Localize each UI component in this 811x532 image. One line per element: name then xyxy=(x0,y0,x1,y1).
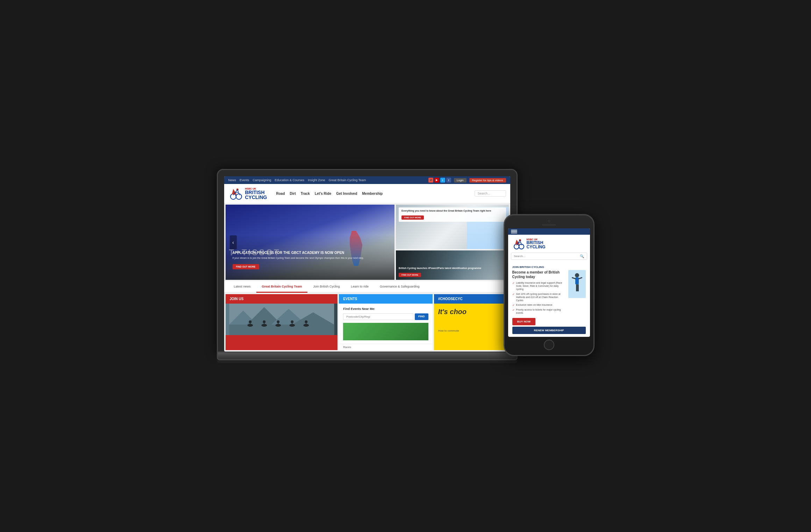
logo-brand: HSBC UK BRITISH CYCLING xyxy=(245,187,267,200)
side-bottom-btn[interactable]: FIND OUT MORE xyxy=(399,273,421,277)
choose-italic-text: It's choo xyxy=(437,306,506,317)
register-button[interactable]: Register for tips & videos xyxy=(469,178,506,183)
side-bottom-title: British Cycling launches #Power2Paris ta… xyxy=(399,267,506,269)
tab-latest-news[interactable]: Latest news xyxy=(228,281,256,293)
svg-point-23 xyxy=(291,320,293,323)
choose-content: It's choo How to commute xyxy=(434,304,509,336)
join-us-bg xyxy=(226,304,338,335)
tab-learn-to-ride[interactable]: Learn to ride xyxy=(345,281,374,293)
phone-join-text: Become a member of British Cycling today… xyxy=(512,270,566,316)
facebook-icon[interactable]: f xyxy=(446,178,451,183)
phone-benefit-3: ✓ Exclusive rates on bike insurance xyxy=(512,303,566,307)
phone-benefit-4: ✓ Priority access to tickets for major c… xyxy=(512,308,566,314)
phone-benefit-text-1: Liability insurance and legal support (R… xyxy=(516,281,566,291)
topbar-education[interactable]: Education & Courses xyxy=(275,178,305,182)
nav-lets-ride[interactable]: Let's Ride xyxy=(315,192,331,196)
laptop-screen-inner: News Events Campaigning Education & Cour… xyxy=(224,176,510,352)
phone-benefit-text-3: Exclusive rates on bike insurance xyxy=(516,303,553,306)
checkmark-icon-2: ✓ xyxy=(512,293,515,296)
phone-benefit-1: ✓ Liability insurance and legal support … xyxy=(512,281,566,291)
phone-logo-brand: HSBC UK BRITISH CYCLING xyxy=(527,238,546,249)
phone-home-button[interactable] xyxy=(544,340,554,350)
flag-icon: 🏴 xyxy=(428,178,433,183)
svg-rect-8 xyxy=(229,325,334,335)
join-us-panel: JOIN US xyxy=(226,294,338,350)
phone-logo-area: HSBC UK BRITISH CYCLING xyxy=(508,235,590,253)
svg-point-26 xyxy=(305,320,307,323)
phone-buy-now-button[interactable]: BUY NOW xyxy=(512,318,536,325)
phone-benefit-text-2: Get 10% off cycling purchases in store a… xyxy=(516,292,566,302)
side-top-title: Everything you need to know about the Gr… xyxy=(401,210,503,212)
hamburger-line-3 xyxy=(511,233,517,233)
phone-camera xyxy=(548,220,550,222)
topbar-campaigning[interactable]: Campaigning xyxy=(253,178,271,182)
nav-dirt[interactable]: Dirt xyxy=(290,192,296,196)
events-header: EVENTS xyxy=(339,294,432,304)
topbar-news[interactable]: News xyxy=(228,178,236,182)
svg-point-36 xyxy=(575,273,579,277)
hamburger-menu-icon[interactable] xyxy=(511,230,517,233)
british-cycling-text: BRITISH CYCLING xyxy=(245,190,267,200)
tab-governance[interactable]: Governance & Safeguarding xyxy=(374,281,425,293)
phone-cyclist-image xyxy=(568,270,586,298)
events-panel: EVENTS Find Events Near Me: FIND Races xyxy=(339,294,432,350)
hamburger-line-1 xyxy=(511,230,517,230)
hero-side: Everything you need to know about the Gr… xyxy=(396,205,508,280)
phone-search-bar: 🔍 xyxy=(511,253,587,260)
phone-top-bar xyxy=(508,228,590,235)
laptop: News Events Campaigning Education & Cour… xyxy=(217,169,518,363)
phone-search-input[interactable] xyxy=(514,255,580,258)
phone-bc-logo-icon xyxy=(512,237,525,250)
nav-road[interactable]: Road xyxy=(276,192,285,196)
hero-find-out-button[interactable]: FIND OUT MORE xyxy=(233,264,259,269)
phone-benefit-2: ✓ Get 10% off cycling purchases in store… xyxy=(512,292,566,302)
hero-section: T+TISSOT ‹ APPLICATION PROCESS FOR THE G… xyxy=(224,203,510,281)
topbar-events[interactable]: Events xyxy=(240,178,249,182)
laptop-foot xyxy=(217,360,518,363)
topbar-insight[interactable]: Insight Zone xyxy=(308,178,325,182)
twitter-icon[interactable]: t xyxy=(440,178,445,183)
events-races-link[interactable]: Races xyxy=(339,344,432,350)
phone-renew-membership-button[interactable]: RENEW MEMBERSHIP xyxy=(512,327,586,334)
phone-search-icon[interactable]: 🔍 xyxy=(580,254,584,258)
svg-point-14 xyxy=(249,320,251,323)
cyclists-silhouette-svg xyxy=(226,304,338,335)
side-bottom-text-overlay: British Cycling launches #Power2Paris ta… xyxy=(399,267,506,277)
nav-get-involved[interactable]: Get Involved xyxy=(336,192,357,196)
nav-links: Road Dirt Track Let's Ride Get Involved … xyxy=(276,192,469,196)
top-bar-right: 🏴 ▶ t f Login Register for tips & videos xyxy=(428,178,506,183)
hero-side-bottom: British Cycling launches #Power2Paris ta… xyxy=(396,250,508,280)
svg-rect-39 xyxy=(577,284,579,291)
phone-benefit-text-4: Priority access to tickets for major cyc… xyxy=(516,308,566,314)
side-top-btn[interactable]: FIND OUT MORE xyxy=(401,215,424,220)
events-find-button[interactable]: FIND xyxy=(415,313,428,320)
login-button[interactable]: Login xyxy=(454,178,467,183)
events-search-row: FIND xyxy=(343,313,428,320)
svg-point-17 xyxy=(263,320,265,323)
tab-join[interactable]: Join British Cycling xyxy=(307,281,345,293)
nav-membership[interactable]: Membership xyxy=(362,192,383,196)
phone-join-heading: Become a member of British Cycling today xyxy=(512,270,566,279)
topbar-gbct[interactable]: Great Britain Cycling Team xyxy=(329,178,366,182)
hero-text-overlay: APPLICATION PROCESS FOR THE GBCT ACADEMY… xyxy=(233,250,388,269)
tab-gbct[interactable]: Great Britain Cycling Team xyxy=(256,281,308,293)
events-find-label: Find Events Near Me: xyxy=(343,307,428,311)
search-input-laptop[interactable]: Search... xyxy=(475,190,506,197)
site-top-bar: News Events Campaigning Education & Cour… xyxy=(224,176,510,184)
phone-screen: HSBC UK BRITISH CYCLING 🔍 JOIN BRITISH C… xyxy=(508,228,590,337)
events-content: Find Events Near Me: FIND xyxy=(339,304,432,344)
events-postcode-input[interactable] xyxy=(343,313,413,320)
youtube-icon[interactable]: ▶ xyxy=(434,178,439,183)
bottom-section: JOIN US xyxy=(224,293,510,352)
choose-link[interactable]: How to commute xyxy=(437,328,506,334)
phone-join-title: JOIN BRITISH CYCLING xyxy=(512,265,586,269)
hero-prev-button[interactable]: ‹ xyxy=(230,235,237,249)
nav-track[interactable]: Track xyxy=(301,192,310,196)
svg-point-20 xyxy=(277,320,279,323)
events-map-bg xyxy=(343,323,428,340)
choose-header: #CHOOSECYC xyxy=(434,294,509,304)
bc-logo-icon xyxy=(228,186,243,201)
svg-rect-38 xyxy=(576,284,577,291)
hero-main-desc: If your dream is to join the Great Brita… xyxy=(233,256,388,260)
phone-outer: HSBC UK BRITISH CYCLING 🔍 JOIN BRITISH C… xyxy=(504,214,595,356)
